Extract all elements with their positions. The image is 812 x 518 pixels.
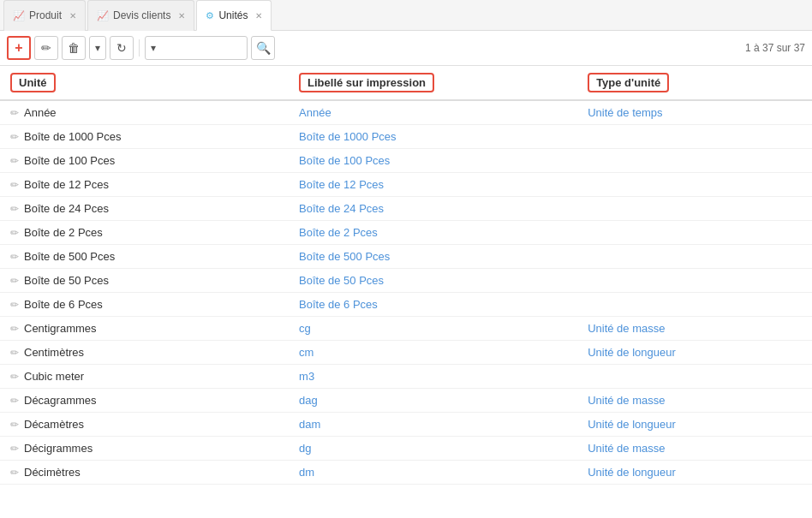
tab-devis-clients[interactable]: 📈 Devis clients ✕ xyxy=(87,0,194,31)
cell-libelle-value[interactable]: dag xyxy=(299,394,318,407)
cell-libelle: dag xyxy=(289,389,577,413)
tab-produit-label: Produit xyxy=(29,9,62,21)
table-row: ✏ Boîte de 12 Pces Boîte de 12 Pces xyxy=(0,173,812,197)
cell-unite: ✏ Centigrammes xyxy=(0,317,289,341)
table-row: ✏ Année AnnéeUnité de temps xyxy=(0,100,812,125)
table-row: ✏ Décimètres dmUnité de longueur xyxy=(0,461,812,485)
row-edit-icon[interactable]: ✏ xyxy=(10,155,19,167)
cell-unite-value[interactable]: Année xyxy=(24,106,57,119)
cell-libelle-value[interactable]: Boîte de 100 Pces xyxy=(299,154,390,167)
delete-button[interactable]: 🗑 xyxy=(62,36,86,60)
cell-libelle-value[interactable]: m3 xyxy=(299,370,314,383)
cell-type xyxy=(577,221,812,245)
cell-unite: ✏ Décigrammes xyxy=(0,437,289,461)
cell-type-value[interactable]: Unité de temps xyxy=(588,106,662,119)
col-header-libelle[interactable]: Libellé sur impression xyxy=(289,66,577,100)
row-edit-icon[interactable]: ✏ xyxy=(10,131,19,143)
cell-unite: ✏ Centimètres xyxy=(0,341,289,365)
row-edit-icon[interactable]: ✏ xyxy=(10,467,19,479)
cell-unite-value[interactable]: Centigrammes xyxy=(24,322,97,335)
cell-unite-value[interactable]: Boîte de 2 Pces xyxy=(24,226,103,239)
cell-type-value[interactable]: Unité de masse xyxy=(588,322,665,335)
table-header-row: Unité Libellé sur impression Type d'unit… xyxy=(0,66,812,100)
cell-libelle-value[interactable]: Boîte de 50 Pces xyxy=(299,274,384,287)
cell-type xyxy=(577,125,812,149)
cell-type-value[interactable]: Unité de masse xyxy=(588,394,665,407)
cell-libelle-value[interactable]: Boîte de 1000 Pces xyxy=(299,130,396,143)
cell-libelle: cg xyxy=(289,317,577,341)
cell-type-value[interactable]: Unité de longueur xyxy=(588,466,676,479)
cell-unite: ✏ Boîte de 2 Pces xyxy=(0,221,289,245)
cell-libelle-value[interactable]: Boîte de 12 Pces xyxy=(299,178,384,191)
cell-libelle-value[interactable]: dg xyxy=(299,442,311,455)
cell-unite-value[interactable]: Décamètres xyxy=(24,418,84,431)
row-edit-icon[interactable]: ✏ xyxy=(10,275,19,287)
col-header-type[interactable]: Type d'unité xyxy=(577,66,812,100)
cell-libelle-value[interactable]: dam xyxy=(299,418,320,431)
table-row: ✏ Boîte de 24 Pces Boîte de 24 Pces xyxy=(0,197,812,221)
refresh-button[interactable]: ↻ xyxy=(110,36,134,60)
unites-icon: ⚙ xyxy=(206,10,214,21)
cell-unite-value[interactable]: Boîte de 1000 Pces xyxy=(24,130,121,143)
row-edit-icon[interactable]: ✏ xyxy=(10,347,19,359)
row-edit-icon[interactable]: ✏ xyxy=(10,299,19,311)
cell-unite-value[interactable]: Boîte de 50 Pces xyxy=(24,274,109,287)
tab-unites-close[interactable]: ✕ xyxy=(255,11,262,21)
cell-libelle-value[interactable]: Boîte de 24 Pces xyxy=(299,202,384,215)
table-row: ✏ Décagrammes dagUnité de masse xyxy=(0,389,812,413)
filter-dropdown[interactable]: ▾ xyxy=(145,36,248,60)
tab-devis-clients-close[interactable]: ✕ xyxy=(178,11,185,21)
row-edit-icon[interactable]: ✏ xyxy=(10,179,19,191)
row-edit-icon[interactable]: ✏ xyxy=(10,203,19,215)
cell-unite-value[interactable]: Boîte de 100 Pces xyxy=(24,154,115,167)
col-header-libelle-label: Libellé sur impression xyxy=(299,73,434,92)
edit-button[interactable]: ✏ xyxy=(34,36,58,60)
cell-type xyxy=(577,197,812,221)
row-edit-icon[interactable]: ✏ xyxy=(10,371,19,383)
row-edit-icon[interactable]: ✏ xyxy=(10,107,19,119)
cell-libelle-value[interactable]: dm xyxy=(299,466,314,479)
cell-type-value[interactable]: Unité de longueur xyxy=(588,418,676,431)
search-filter-button[interactable]: 🔍 xyxy=(251,36,275,60)
cell-unite-value[interactable]: Boîte de 6 Pces xyxy=(24,298,103,311)
add-button[interactable]: + xyxy=(7,36,31,60)
cell-type-value[interactable]: Unité de masse xyxy=(588,442,665,455)
cell-unite-value[interactable]: Boîte de 500 Pces xyxy=(24,250,115,263)
cell-unite: ✏ Décagrammes xyxy=(0,389,289,413)
toolbar: + ✏ 🗑 ▾ ↻ ▾ 🔍 1 à 37 sur 37 xyxy=(0,31,812,66)
row-edit-icon[interactable]: ✏ xyxy=(10,227,19,239)
cell-unite: ✏ Boîte de 6 Pces xyxy=(0,293,289,317)
row-edit-icon[interactable]: ✏ xyxy=(10,443,19,455)
cell-unite-value[interactable]: Décigrammes xyxy=(24,442,93,455)
row-edit-icon[interactable]: ✏ xyxy=(10,251,19,263)
cell-type: Unité de longueur xyxy=(577,341,812,365)
cell-libelle: cm xyxy=(289,341,577,365)
row-edit-icon[interactable]: ✏ xyxy=(10,419,19,431)
table-row: ✏ Boîte de 100 Pces Boîte de 100 Pces xyxy=(0,149,812,173)
table-row: ✏ Boîte de 50 Pces Boîte de 50 Pces xyxy=(0,269,812,293)
delete-dropdown[interactable]: ▾ xyxy=(89,36,106,60)
cell-libelle-value[interactable]: cm xyxy=(299,346,313,359)
tab-produit[interactable]: 📈 Produit ✕ xyxy=(3,0,86,31)
col-header-unite[interactable]: Unité xyxy=(0,66,289,100)
cell-unite-value[interactable]: Boîte de 12 Pces xyxy=(24,178,109,191)
row-edit-icon[interactable]: ✏ xyxy=(10,395,19,407)
data-table: Unité Libellé sur impression Type d'unit… xyxy=(0,66,812,485)
cell-libelle-value[interactable]: Boîte de 2 Pces xyxy=(299,226,378,239)
cell-libelle-value[interactable]: Boîte de 6 Pces xyxy=(299,298,378,311)
cell-unite-value[interactable]: Boîte de 24 Pces xyxy=(24,202,109,215)
cell-libelle: Boîte de 1000 Pces xyxy=(289,125,577,149)
cell-unite-value[interactable]: Cubic meter xyxy=(24,370,84,383)
tab-produit-close[interactable]: ✕ xyxy=(69,11,76,21)
cell-unite-value[interactable]: Décagrammes xyxy=(24,394,97,407)
cell-libelle-value[interactable]: cg xyxy=(299,322,311,335)
cell-unite-value[interactable]: Centimètres xyxy=(24,346,84,359)
cell-type: Unité de temps xyxy=(577,100,812,125)
cell-type-value[interactable]: Unité de longueur xyxy=(588,346,676,359)
tab-unites[interactable]: ⚙ Unités ✕ xyxy=(196,0,272,31)
cell-libelle-value[interactable]: Boîte de 500 Pces xyxy=(299,250,390,263)
cell-libelle-value[interactable]: Année xyxy=(299,106,331,119)
cell-unite-value[interactable]: Décimètres xyxy=(24,466,81,479)
table-row: ✏ Centigrammes cgUnité de masse xyxy=(0,317,812,341)
row-edit-icon[interactable]: ✏ xyxy=(10,323,19,335)
